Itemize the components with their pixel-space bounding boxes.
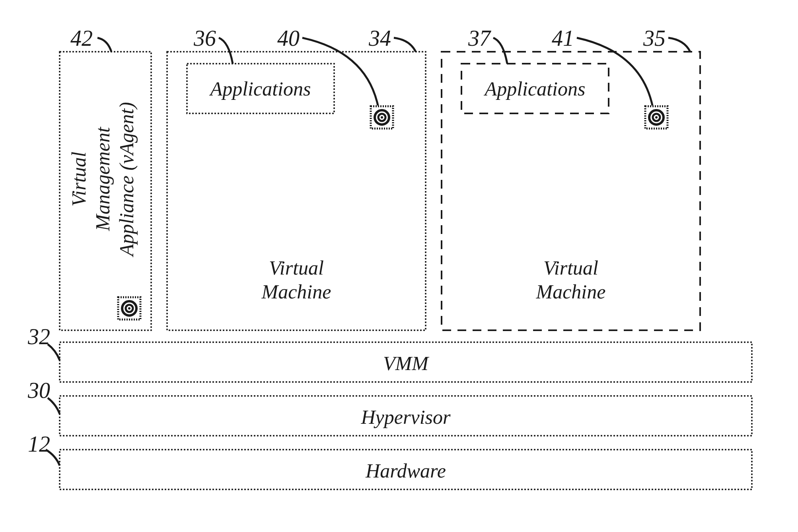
leader-line xyxy=(493,38,507,64)
vagent-ref-number: 42 xyxy=(70,26,93,51)
hypervisor-ref-number: 30 xyxy=(27,378,50,403)
hardware-ref-number: 12 xyxy=(28,432,50,456)
agent-icon xyxy=(118,297,140,320)
hardware-layer: Hardware 12 xyxy=(28,432,752,489)
svg-point-12 xyxy=(381,116,383,119)
agent-icon xyxy=(645,106,668,129)
vm1-label-line2: Machine xyxy=(261,281,331,303)
leader-line xyxy=(302,38,378,105)
vm1-applications-label: Applications xyxy=(209,78,311,100)
vm1-label-line1: Virtual xyxy=(269,257,324,279)
vm1-block: Applications Virtual Machine 36 40 34 xyxy=(167,26,426,330)
hardware-label: Hardware xyxy=(365,460,446,482)
vm1-app-ref-number: 36 xyxy=(193,26,216,51)
vmm-layer: VMM 32 xyxy=(27,324,752,382)
vm1-box-ref-number: 34 xyxy=(368,26,391,51)
leader-line xyxy=(46,450,60,466)
leader-line xyxy=(97,38,111,52)
vm2-applications-label: Applications xyxy=(484,78,586,100)
leader-line xyxy=(48,344,60,360)
svg-point-7 xyxy=(128,307,130,310)
vm2-app-ref-number: 37 xyxy=(468,26,491,51)
leader-line xyxy=(394,38,416,52)
vagent-line1: Virtual xyxy=(68,152,90,207)
svg-point-17 xyxy=(655,116,658,119)
vm2-block: Applications Virtual Machine 37 41 35 xyxy=(442,26,700,330)
vm2-label-line1: Virtual xyxy=(543,257,598,279)
hypervisor-layer: Hypervisor 30 xyxy=(27,378,752,436)
vmm-ref-number: 32 xyxy=(27,324,50,349)
vm1-agent-ref-number: 40 xyxy=(277,26,300,51)
vm2-box-ref-number: 35 xyxy=(643,26,666,51)
vmm-label: VMM xyxy=(383,352,429,374)
vagent-line2: Management xyxy=(91,127,114,231)
leader-line xyxy=(668,38,690,52)
diagram-canvas: Hardware 12 Hypervisor 30 VMM 32 Virtual… xyxy=(0,0,798,532)
agent-icon xyxy=(371,106,393,129)
vagent-line3: Appliance (vAgent) xyxy=(115,102,138,257)
leader-line xyxy=(219,38,233,64)
vm2-agent-ref-number: 41 xyxy=(552,26,574,51)
leader-line xyxy=(48,398,60,414)
vagent-block: Virtual Management Appliance (vAgent) 42 xyxy=(60,26,151,330)
hypervisor-label: Hypervisor xyxy=(361,406,451,428)
leader-line xyxy=(577,38,652,105)
vm2-label-line2: Machine xyxy=(536,281,606,303)
